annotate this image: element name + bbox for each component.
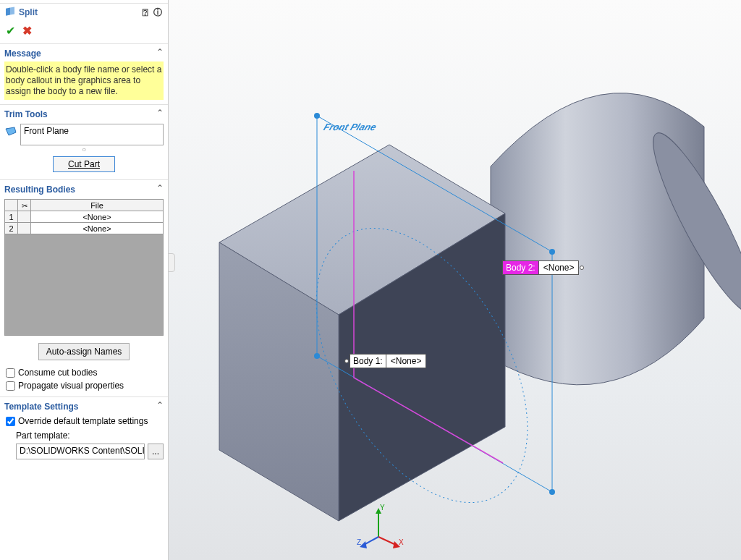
svg-point-4 <box>314 113 320 119</box>
trim-tools-title: Trim Tools <box>4 108 164 122</box>
property-manager-panel: Split ⍰ ⓘ ✔ ✖ Message ⌃ Double-click a b… <box>0 0 169 560</box>
ok-button[interactable]: ✔ <box>6 24 15 38</box>
propagate-checkbox[interactable] <box>6 381 15 391</box>
row-index: 1 <box>5 211 18 223</box>
resulting-bodies-title: Resulting Bodies <box>4 183 164 198</box>
cut-part-button[interactable]: Cut Part <box>53 156 115 172</box>
template-settings-title: Template Settings <box>4 400 164 415</box>
template-path-input[interactable]: D:\SOLIDWORKS Content\SOLI <box>16 444 145 459</box>
message-section-title: Message <box>4 47 164 61</box>
trim-tools-section: Trim Tools ⌃ Front Plane ○ Cut Part <box>0 105 168 180</box>
col-file: File <box>31 200 164 211</box>
svg-rect-1 <box>10 7 14 15</box>
feature-header: Split ⍰ ⓘ <box>0 4 168 20</box>
help-icon[interactable]: ⓘ <box>152 7 164 18</box>
callout-value[interactable]: <None> <box>386 355 426 368</box>
propagate-label: Propagate visual properties <box>18 381 124 391</box>
triad-x-label: X <box>399 538 404 546</box>
propagate-row[interactable]: Propagate visual properties <box>4 379 164 392</box>
scissors-icon: ✂ <box>22 202 27 210</box>
view-triad[interactable]: Y X Z <box>358 506 402 550</box>
row-index: 2 <box>5 223 18 234</box>
callout-handle[interactable] <box>344 359 349 363</box>
callout-value[interactable]: <None> <box>539 261 579 274</box>
body-callout-2[interactable]: Body 2: <None> <box>502 260 579 275</box>
collapse-message-icon[interactable]: ⌃ <box>156 47 164 57</box>
confirm-row: ✔ ✖ <box>0 20 168 44</box>
override-row[interactable]: Override default template settings <box>4 415 164 428</box>
table-row[interactable]: 2 <None> <box>5 223 164 234</box>
part-template-label: Part template: <box>16 430 164 441</box>
resulting-bodies-table: ✂ File 1 <None> 2 <None> <box>4 199 164 234</box>
split-feature-icon <box>4 7 16 18</box>
auto-assign-button[interactable]: Auto-assign Names <box>38 343 130 360</box>
consume-label: Consume cut bodies <box>18 368 97 378</box>
detailed-help-icon[interactable]: ⍰ <box>139 7 151 18</box>
resulting-bodies-section: Resulting Bodies ⌃ ✂ File 1 <None> 2 <No… <box>0 180 168 397</box>
svg-rect-0 <box>6 8 10 16</box>
col-scissors: ✂ <box>18 200 31 211</box>
plane-label[interactable]: Front Plane <box>322 122 378 132</box>
template-settings-section: Template Settings ⌃ Override default tem… <box>0 397 168 464</box>
col-index <box>5 200 18 211</box>
svg-point-6 <box>549 489 555 495</box>
collapse-trim-icon[interactable]: ⌃ <box>156 108 164 118</box>
row-file[interactable]: <None> <box>31 211 164 223</box>
callout-label: Body 2: <box>503 261 539 274</box>
row-file[interactable]: <None> <box>31 223 164 234</box>
pin-icon: ○ <box>4 145 164 153</box>
triad-y-label: Y <box>380 504 385 512</box>
graphics-viewport[interactable]: Front Plane Body 1: <None> Body 2: <None… <box>169 0 741 560</box>
message-body: Double-click a body file name or select … <box>4 61 164 100</box>
table-row[interactable]: 1 <None> <box>5 211 164 223</box>
svg-point-5 <box>549 249 555 255</box>
consume-checkbox[interactable] <box>6 368 15 378</box>
browse-button[interactable]: ... <box>148 444 164 459</box>
trim-selection-input[interactable]: Front Plane <box>20 124 164 145</box>
cancel-button[interactable]: ✖ <box>22 24 32 38</box>
cut-part-label: Cut Part <box>68 159 100 169</box>
model-geometry <box>169 0 741 560</box>
feature-title: Split <box>19 7 139 17</box>
row-check[interactable] <box>18 211 31 223</box>
surface-body-icon <box>4 125 17 138</box>
table-empty-area <box>4 234 164 336</box>
collapse-resulting-icon[interactable]: ⌃ <box>156 183 164 193</box>
callout-label: Body 1: <box>350 355 386 368</box>
override-checkbox[interactable] <box>6 417 15 426</box>
override-label: Override default template settings <box>18 416 148 426</box>
svg-point-7 <box>314 353 320 359</box>
body-callout-1[interactable]: Body 1: <None> <box>350 354 426 368</box>
collapse-template-icon[interactable]: ⌃ <box>156 400 164 410</box>
message-section: Message ⌃ Double-click a body file name … <box>0 44 168 105</box>
row-check[interactable] <box>18 223 31 234</box>
triad-z-label: Z <box>357 538 361 546</box>
consume-row[interactable]: Consume cut bodies <box>4 366 164 379</box>
